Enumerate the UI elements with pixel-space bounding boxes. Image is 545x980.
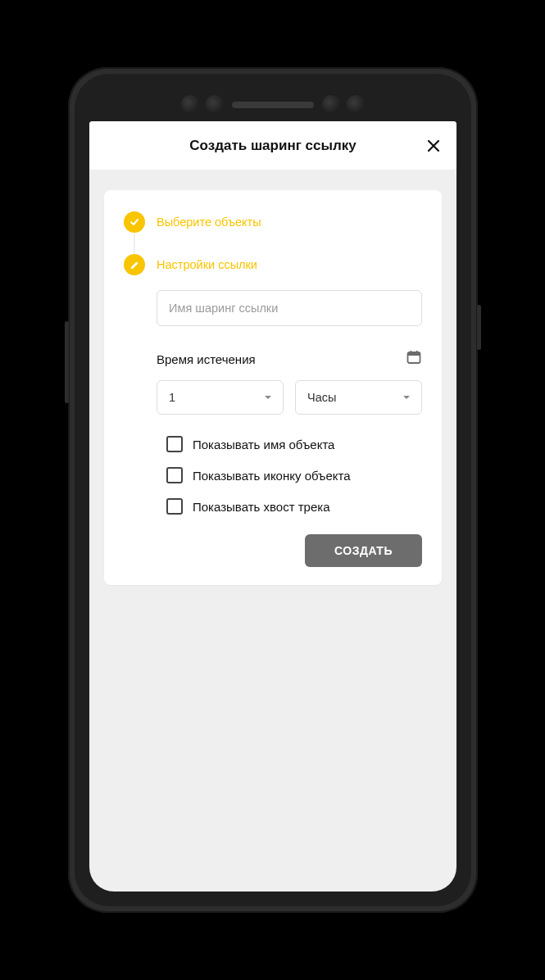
show-tail-checkbox[interactable]: Показывать хвост трека — [166, 498, 422, 515]
checkbox-icon — [166, 436, 183, 452]
checkbox-label: Показывать иконку объекта — [193, 469, 351, 483]
expiration-label: Время истечения — [157, 352, 256, 366]
volume-button — [65, 321, 69, 403]
show-name-checkbox[interactable]: Показывать имя объекта — [166, 436, 422, 452]
screen: Создать шаринг ссылку Выберите объекты — [89, 121, 456, 892]
page-title: Создать шаринг ссылку — [189, 138, 356, 154]
front-camera-icon — [206, 95, 224, 113]
link-name-field — [157, 290, 422, 326]
checkbox-label: Показывать хвост трека — [193, 500, 329, 514]
header: Создать шаринг ссылку — [89, 121, 456, 170]
step-link-settings[interactable]: Настройки ссылки — [124, 254, 422, 275]
close-button[interactable] — [422, 134, 445, 157]
front-camera-icon — [322, 95, 340, 113]
duration-value: 1 — [169, 391, 175, 404]
unit-select[interactable]: Часы — [295, 380, 422, 415]
front-camera-icon — [181, 95, 199, 113]
power-button — [477, 305, 481, 350]
form-card: Выберите объекты Настройки ссылки Время … — [104, 190, 442, 585]
step-label: Выберите объекты — [157, 216, 261, 229]
phone-frame: Создать шаринг ссылку Выберите объекты — [68, 67, 478, 913]
expiration-row: Время истечения — [157, 349, 422, 369]
calendar-icon — [406, 349, 422, 365]
checkbox-label: Показывать имя объекта — [193, 438, 334, 451]
pencil-icon — [124, 254, 145, 275]
create-button[interactable]: СОЗДАТЬ — [305, 534, 422, 567]
phone-bezel: Создать шаринг ссылку Выберите объекты — [75, 74, 471, 906]
close-icon — [427, 139, 440, 152]
duration-select[interactable]: 1 — [157, 380, 284, 415]
speaker-grille — [232, 102, 314, 108]
checkbox-icon — [166, 467, 183, 483]
checkbox-icon — [166, 498, 183, 515]
chevron-down-icon — [402, 392, 411, 402]
expiration-selects: 1 Часы — [157, 380, 422, 415]
show-icon-checkbox[interactable]: Показывать иконку объекта — [166, 467, 422, 483]
unit-value: Часы — [307, 391, 336, 404]
step-connector — [134, 234, 135, 253]
options-group: Показывать имя объекта Показывать иконку… — [166, 436, 422, 515]
link-name-input[interactable] — [157, 290, 422, 326]
calendar-button[interactable] — [406, 349, 422, 369]
step-select-objects[interactable]: Выберите объекты — [124, 211, 422, 233]
step-label: Настройки ссылки — [157, 258, 257, 271]
front-camera-icon — [347, 95, 365, 113]
chevron-down-icon — [263, 392, 273, 402]
actions-row: СОЗДАТЬ — [124, 534, 422, 567]
svg-rect-2 — [411, 351, 412, 354]
check-icon — [124, 211, 145, 233]
svg-rect-3 — [416, 351, 418, 354]
svg-rect-1 — [408, 352, 420, 356]
